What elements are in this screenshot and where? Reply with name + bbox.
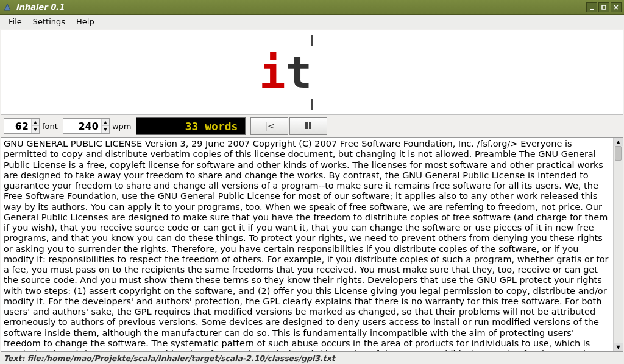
titlebar: Inhaler 0.1 [0,0,624,15]
reader-area: it [1,30,623,115]
menubar: File Settings Help [0,15,624,29]
app-icon [2,2,12,12]
font-size-group: ▲ ▼ font [4,118,58,134]
font-size-up[interactable]: ▲ [32,119,39,126]
wpm-label: wpm [112,122,132,131]
text-area[interactable]: GNU GENERAL PUBLIC LICENSE Version 3, 29… [1,138,613,351]
scroll-down-icon[interactable]: ▼ [614,343,623,351]
menu-settings[interactable]: Settings [28,15,70,28]
close-button[interactable] [611,2,622,12]
wpm-group: ▲ ▼ wpm [63,118,132,134]
wpm-input[interactable] [63,119,101,133]
svg-rect-1 [602,5,606,9]
pause-icon [305,121,312,131]
menu-help[interactable]: Help [71,15,99,28]
playback-controls: |< [250,117,327,135]
word-counter: 33 words [136,117,246,135]
controls-row: ▲ ▼ font ▲ ▼ wpm 33 words |< [0,115,624,137]
reader-tick-top [311,35,313,46]
minimize-button[interactable] [586,2,597,12]
maximize-button[interactable] [598,2,609,12]
svg-rect-3 [309,122,311,129]
reader-rest-chars: t [286,47,312,98]
reader-tick-bottom [311,99,313,110]
skip-back-icon: |< [264,121,274,131]
statusbar: Text: file:/home/mao/Projekte/scala/Inha… [0,352,624,364]
status-text: Text: file:/home/mao/Projekte/scala/Inha… [4,354,335,363]
wpm-spinner[interactable]: ▲ ▼ [63,118,110,134]
font-size-down[interactable]: ▼ [32,126,39,133]
font-label: font [42,122,58,131]
text-area-wrap: GNU GENERAL PUBLIC LICENSE Version 3, 29… [1,137,623,352]
font-size-spinner[interactable]: ▲ ▼ [4,118,40,134]
scrollbar[interactable]: ▲ ▼ [613,138,623,351]
svg-rect-0 [590,9,594,10]
window-controls [586,2,622,12]
window-title: Inhaler 0.1 [16,2,586,12]
scrollbar-thumb[interactable] [615,146,622,161]
menu-file[interactable]: File [4,15,27,28]
reader-pivot-char: i [259,47,285,98]
wpm-up[interactable]: ▲ [102,119,109,126]
reader-word: it [312,47,365,98]
wpm-down[interactable]: ▼ [102,126,109,133]
pause-button[interactable] [289,117,327,135]
svg-rect-2 [305,122,308,129]
scroll-up-icon[interactable]: ▲ [614,138,623,146]
font-size-input[interactable] [4,119,31,133]
rewind-button[interactable]: |< [250,117,288,135]
